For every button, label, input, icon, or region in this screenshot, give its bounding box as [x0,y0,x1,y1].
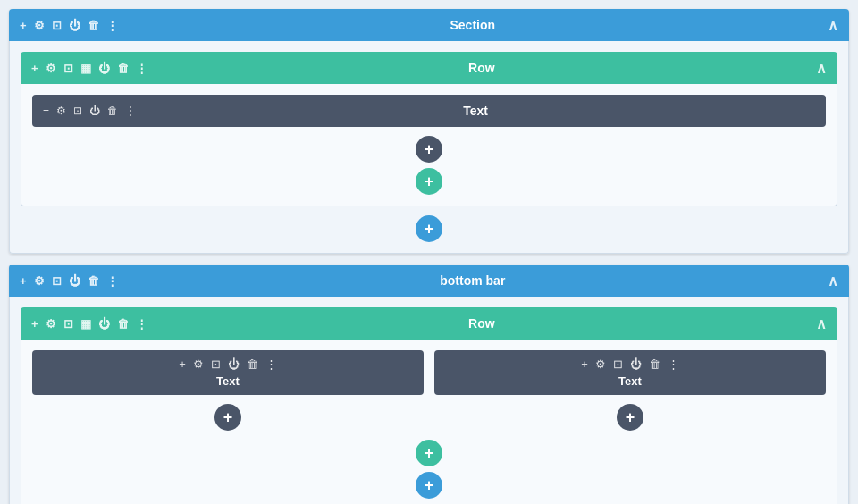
text-1-gear-icon[interactable]: ⚙ [56,105,66,117]
row-1-add-buttons: + + [32,136,826,195]
section-2: + ⚙ ⊡ ⏻ 🗑 ⋮ bottom bar ∧ + ⚙ ⊡ ▦ [9,265,849,504]
row-1-add-icon[interactable]: + [31,62,38,75]
text-1-power-icon[interactable]: ⏻ [89,105,100,117]
section-2-row-header: + ⚙ ⊡ ▦ ⏻ 🗑 ⋮ Row ∧ [21,307,837,340]
add-row-blue-button-1[interactable]: + [416,215,442,242]
row-2-toolbar: + ⚙ ⊡ ▦ ⏻ 🗑 ⋮ [31,317,147,331]
row-2-gear-icon[interactable]: ⚙ [46,317,56,331]
text-3-title: Text [618,374,642,388]
text-3-power-icon[interactable]: ⏻ [630,357,642,371]
text-element-1: + ⚙ ⊡ ⏻ 🗑 ⋮ Text [32,95,826,127]
section-1-header: + ⚙ ⊡ ⏻ 🗑 ⋮ Section ∧ [9,9,849,41]
text-1-toolbar: + ⚙ ⊡ ⏻ 🗑 ⋮ [43,105,136,117]
section-2-row: + ⚙ ⊡ ▦ ⏻ 🗑 ⋮ Row ∧ [21,307,837,504]
row-2-power-icon[interactable]: ⏻ [98,317,110,331]
row-2-trash-icon[interactable]: 🗑 [117,317,129,331]
section-1-copy-icon[interactable]: ⊡ [52,19,62,32]
text-2-copy-icon[interactable]: ⊡ [211,357,221,371]
text-2-trash-icon[interactable]: 🗑 [247,357,258,371]
section-1: + ⚙ ⊡ ⏻ 🗑 ⋮ Section ∧ + ⚙ ⊡ ▦ [9,9,849,254]
row-1-grid-icon[interactable]: ▦ [80,62,91,75]
text-3-more-icon[interactable]: ⋮ [668,357,679,371]
section-2-header: + ⚙ ⊡ ⏻ 🗑 ⋮ bottom bar ∧ [9,265,849,297]
text-2-gear-icon[interactable]: ⚙ [193,357,204,371]
text-3-copy-icon[interactable]: ⊡ [613,357,623,371]
row-1-collapse-icon[interactable]: ∧ [816,60,827,77]
col-1: + ⚙ ⊡ ⏻ 🗑 ⋮ Text + [32,350,424,431]
row-2-add-icon[interactable]: + [31,317,38,331]
text-1-title: Text [136,104,815,118]
text-2-title: Text [216,374,240,388]
row-2-collapse-icon[interactable]: ∧ [816,315,827,332]
row-1-trash-icon[interactable]: 🗑 [117,62,129,75]
add-element-teal-button-2[interactable]: + [416,440,442,466]
row-2-copy-icon[interactable]: ⊡ [63,317,73,331]
section-2-add-icon[interactable]: + [20,274,27,288]
section-1-add-row: + [21,215,837,242]
row-1-body: + ⚙ ⊡ ⏻ 🗑 ⋮ Text + + [21,84,837,206]
row-2-grid-icon[interactable]: ▦ [80,317,91,331]
section-1-toolbar: + ⚙ ⊡ ⏻ 🗑 ⋮ [20,19,118,32]
col-2-add-button[interactable]: + [617,404,644,431]
add-row-blue-button-2[interactable]: + [416,472,442,499]
text-2-add-icon[interactable]: + [179,357,186,371]
section-1-power-icon[interactable]: ⏻ [69,19,80,32]
text-3-add-icon[interactable]: + [581,357,588,371]
section-1-trash-icon[interactable]: 🗑 [88,19,99,32]
text-2-more-icon[interactable]: ⋮ [265,357,277,371]
section-1-body: + ⚙ ⊡ ▦ ⏻ 🗑 ⋮ Row ∧ + [9,41,849,254]
col-1-add-row: + [32,404,424,431]
section-1-add-icon[interactable]: + [20,19,27,32]
section-2-body: + ⚙ ⊡ ▦ ⏻ 🗑 ⋮ Row ∧ [9,297,849,504]
text-3-gear-icon[interactable]: ⚙ [595,357,606,371]
col-2: + ⚙ ⊡ ⏻ 🗑 ⋮ Text + [434,350,826,431]
text-1-more-icon[interactable]: ⋮ [125,105,136,117]
row-2-add-buttons: + + [32,440,826,499]
add-element-teal-button[interactable]: + [416,168,442,195]
row-2-body: + ⚙ ⊡ ⏻ 🗑 ⋮ Text + [21,340,837,504]
col-2-add-row: + [434,404,826,431]
text-1-copy-icon[interactable]: ⊡ [73,105,82,117]
section-1-collapse-icon[interactable]: ∧ [828,17,838,34]
section-2-toolbar: + ⚙ ⊡ ⏻ 🗑 ⋮ [20,274,118,288]
add-element-dark-button[interactable]: + [416,136,442,163]
row-1-more-icon[interactable]: ⋮ [136,62,147,75]
text-3-trash-icon[interactable]: 🗑 [649,357,660,371]
text-element-2: + ⚙ ⊡ ⏻ 🗑 ⋮ Text [32,350,424,395]
row-1-copy-icon[interactable]: ⊡ [63,62,73,75]
section-2-trash-icon[interactable]: 🗑 [88,274,99,288]
row-2-title: Row [147,316,816,331]
section-2-copy-icon[interactable]: ⊡ [52,274,62,288]
row-1-power-icon[interactable]: ⏻ [98,62,110,75]
section-2-gear-icon[interactable]: ⚙ [34,274,45,288]
section-1-gear-icon[interactable]: ⚙ [34,19,45,32]
two-col-layout: + ⚙ ⊡ ⏻ 🗑 ⋮ Text + [32,350,826,431]
section-1-more-icon[interactable]: ⋮ [106,19,118,32]
section-1-row-header: + ⚙ ⊡ ▦ ⏻ 🗑 ⋮ Row ∧ [21,52,837,84]
row-1-toolbar: + ⚙ ⊡ ▦ ⏻ 🗑 ⋮ [31,62,147,75]
section-2-more-icon[interactable]: ⋮ [106,274,118,288]
row-2-more-icon[interactable]: ⋮ [136,317,147,331]
text-1-add-icon[interactable]: + [43,105,49,117]
section-2-power-icon[interactable]: ⏻ [69,274,80,288]
text-element-3: + ⚙ ⊡ ⏻ 🗑 ⋮ Text [434,350,826,395]
row-1-gear-icon[interactable]: ⚙ [46,62,56,75]
text-1-trash-icon[interactable]: 🗑 [107,105,118,117]
section-2-title: bottom bar [118,273,828,288]
row-1-title: Row [147,61,816,75]
section-1-title: Section [118,18,828,32]
section-2-collapse-icon[interactable]: ∧ [828,273,838,290]
col-1-add-button[interactable]: + [214,404,241,431]
section-1-row: + ⚙ ⊡ ▦ ⏻ 🗑 ⋮ Row ∧ + [21,52,837,206]
text-2-power-icon[interactable]: ⏻ [228,357,240,371]
